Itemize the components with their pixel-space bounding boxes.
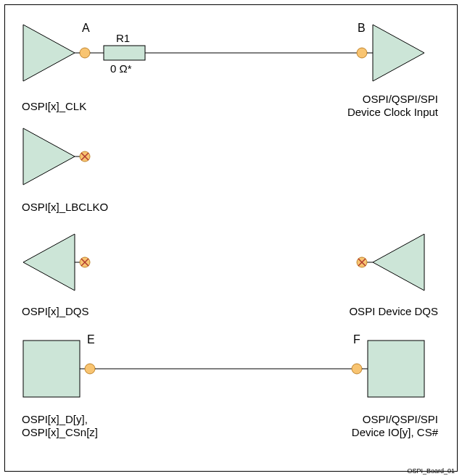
buffer-dqs-right [373, 234, 424, 291]
resistor-r1 [104, 46, 145, 60]
label-clk-right-1: OSPI/QSPI/SPI [363, 93, 438, 107]
node-a [80, 48, 90, 58]
r1-name: R1 [116, 32, 130, 46]
label-lbclko: OSPI[x]_LBCLKO [22, 201, 108, 214]
nc-dqs-left [80, 257, 90, 267]
nc-dqs-right [357, 257, 367, 267]
node-b [357, 48, 367, 58]
label-io-left-2: OSPI[x]_CSn[z] [22, 426, 98, 440]
point-f-label: F [353, 333, 360, 346]
label-io-right-2: Device IO[y], CS# [352, 426, 438, 440]
buffer-lbclko [23, 128, 75, 185]
label-clk-left: OSPI[x]_CLK [22, 100, 86, 114]
node-f [352, 364, 362, 374]
buffer-clk-left [23, 25, 75, 81]
nc-lbclko [80, 151, 90, 162]
schematic-canvas [0, 0, 462, 476]
point-b-label: B [358, 22, 366, 35]
point-a-label: A [82, 22, 90, 35]
buffer-dqs-left [23, 234, 75, 291]
label-io-right-1: OSPI/QSPI/SPI [363, 413, 438, 427]
label-dqs-right: OSPI Device DQS [349, 305, 438, 319]
label-clk-right-2: Device Clock Input [347, 106, 438, 120]
node-e [85, 364, 95, 374]
label-io-left-1: OSPI[x]_D[y], [22, 413, 88, 427]
r1-value: 0 Ω* [110, 62, 132, 76]
io-block-right [368, 341, 424, 397]
buffer-clk-right [373, 25, 424, 81]
label-dqs-left: OSPI[x]_DQS [22, 305, 89, 319]
io-block-left [23, 341, 80, 397]
diagram-caption: OSPI_Board_01 [407, 467, 455, 475]
point-e-label: E [87, 333, 95, 346]
